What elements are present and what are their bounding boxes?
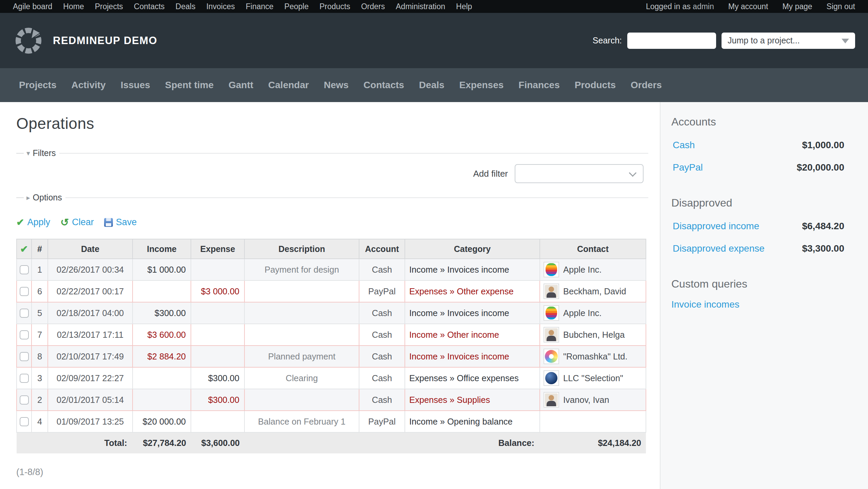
pagination-info: (1-8/8) bbox=[16, 467, 648, 477]
filters-toggle[interactable]: Filters bbox=[33, 148, 56, 158]
person-photo-icon bbox=[545, 393, 558, 406]
top-menu-item-contacts[interactable]: Contacts bbox=[134, 2, 165, 11]
checkbox-cell bbox=[17, 324, 32, 346]
row-checkbox[interactable] bbox=[20, 417, 29, 426]
top-menu-item-my-account[interactable]: My account bbox=[728, 2, 768, 11]
nav-tab-spent-time[interactable]: Spent time bbox=[165, 80, 214, 91]
custom-query-link[interactable]: Invoice incomes bbox=[671, 299, 739, 310]
row-checkbox[interactable] bbox=[20, 330, 29, 339]
nav-tab-deals[interactable]: Deals bbox=[419, 80, 445, 91]
top-menu-item-my-page[interactable]: My page bbox=[782, 2, 812, 11]
save-button[interactable]: Save bbox=[104, 217, 137, 228]
top-menu-bar: Agile boardHomeProjectsContactsDealsInvo… bbox=[0, 0, 868, 13]
operation-row: 302/09/2017 22:27$300.00ClearingCashExpe… bbox=[17, 367, 646, 389]
account-link[interactable]: Cash bbox=[671, 140, 695, 151]
person-photo-avatar bbox=[544, 283, 559, 299]
operation-account: Cash bbox=[359, 389, 405, 411]
top-menu-item-administration[interactable]: Administration bbox=[396, 2, 445, 11]
operation-account: Cash bbox=[359, 302, 405, 324]
top-menu-item-deals[interactable]: Deals bbox=[176, 2, 196, 11]
apply-button[interactable]: ✔Apply bbox=[16, 217, 50, 228]
expense-total: $3,600.00 bbox=[191, 432, 244, 453]
custom-queries-heading: Custom queries bbox=[671, 278, 844, 290]
nav-tab-contacts[interactable]: Contacts bbox=[363, 80, 404, 91]
account-links: My accountMy pageSign out bbox=[728, 2, 855, 11]
contact-link[interactable]: Beckham, David bbox=[563, 287, 626, 296]
contact-link[interactable]: "Romashka" Ltd. bbox=[563, 352, 628, 361]
operation-row: 802/10/2017 17:49$2 884.20Planned paymen… bbox=[17, 346, 646, 367]
account-link[interactable]: PayPal bbox=[671, 162, 703, 173]
contact-link[interactable]: Bubchen, Helga bbox=[563, 330, 625, 340]
row-checkbox[interactable] bbox=[20, 265, 29, 274]
nav-tab-projects[interactable]: Projects bbox=[19, 80, 57, 91]
top-menu-item-people[interactable]: People bbox=[284, 2, 309, 11]
account-row: Cash$1,000.00 bbox=[671, 140, 844, 151]
contact-link[interactable]: Ivanov, Ivan bbox=[563, 395, 609, 405]
contact-link[interactable]: LLC "Selection" bbox=[563, 373, 623, 383]
top-menu-item-agile-board[interactable]: Agile board bbox=[13, 2, 52, 11]
nav-tab-activity[interactable]: Activity bbox=[72, 80, 106, 91]
operation-id: 3 bbox=[32, 367, 48, 389]
disapproved-link[interactable]: Disapproved expense bbox=[671, 243, 765, 254]
top-menu-item-products[interactable]: Products bbox=[319, 2, 350, 11]
contact-link[interactable]: Apple Inc. bbox=[563, 265, 601, 275]
nav-tab-finances[interactable]: Finances bbox=[518, 80, 559, 91]
add-filter-select[interactable] bbox=[515, 164, 644, 183]
contact-link[interactable]: Apple Inc. bbox=[563, 308, 601, 318]
top-menu-item-projects[interactable]: Projects bbox=[95, 2, 123, 11]
nav-tab-issues[interactable]: Issues bbox=[121, 80, 150, 91]
add-filter-label: Add filter bbox=[473, 169, 508, 179]
column-header-category: Category bbox=[405, 239, 540, 259]
operation-contact: "Romashka" Ltd. bbox=[540, 346, 646, 367]
account-amount: $1,000.00 bbox=[802, 140, 844, 151]
operation-row: 102/26/2017 00:34$1 000.00Payment for de… bbox=[17, 259, 646, 280]
contact-cell: Ivanov, Ivan bbox=[544, 392, 646, 408]
operation-date: 01/09/2017 13:25 bbox=[48, 411, 133, 432]
app-header: REDMINEUP DEMO Search: Jump to a project… bbox=[0, 13, 868, 68]
disapproved-link[interactable]: Disapproved income bbox=[671, 221, 759, 232]
operation-income bbox=[133, 280, 191, 302]
row-checkbox[interactable] bbox=[20, 287, 29, 296]
checkbox-cell bbox=[17, 302, 32, 324]
operation-id: 5 bbox=[32, 302, 48, 324]
operation-description: Planned payment bbox=[244, 346, 359, 367]
sidebar: Accounts Cash$1,000.00PayPal$20,000.00 D… bbox=[660, 102, 868, 489]
flower-logo-icon bbox=[545, 350, 558, 363]
jump-to-project-select[interactable]: Jump to a project... bbox=[722, 33, 855, 49]
operation-id: 1 bbox=[32, 259, 48, 280]
nav-tab-news[interactable]: News bbox=[324, 80, 349, 91]
nav-tab-gantt[interactable]: Gantt bbox=[229, 80, 253, 91]
clear-button[interactable]: ↺Clear bbox=[60, 217, 94, 228]
top-menu-item-orders[interactable]: Orders bbox=[361, 2, 385, 11]
top-menu-item-help[interactable]: Help bbox=[456, 2, 472, 11]
row-checkbox[interactable] bbox=[20, 309, 29, 318]
custom-query-item: Invoice incomes bbox=[671, 299, 844, 310]
column-header-income: Income bbox=[133, 239, 191, 259]
search-input[interactable] bbox=[627, 33, 716, 49]
current-user-link[interactable]: admin bbox=[693, 2, 714, 11]
top-menu-item-home[interactable]: Home bbox=[63, 2, 84, 11]
top-menu-item-sign-out[interactable]: Sign out bbox=[827, 2, 855, 11]
nav-tab-calendar[interactable]: Calendar bbox=[268, 80, 309, 91]
operation-income: $300.00 bbox=[133, 302, 191, 324]
operation-category: Income » Invoices income bbox=[405, 302, 540, 324]
save-label: Save bbox=[116, 217, 137, 228]
nav-tab-expenses[interactable]: Expenses bbox=[459, 80, 504, 91]
row-checkbox[interactable] bbox=[20, 352, 29, 361]
top-menu-item-finance[interactable]: Finance bbox=[246, 2, 274, 11]
operation-description bbox=[244, 389, 359, 411]
top-menu-item-invoices[interactable]: Invoices bbox=[206, 2, 235, 11]
nav-tab-products[interactable]: Products bbox=[575, 80, 616, 91]
expand-triangle-icon[interactable]: ▸ bbox=[26, 194, 30, 201]
nav-tab-orders[interactable]: Orders bbox=[631, 80, 662, 91]
operation-id: 8 bbox=[32, 346, 48, 367]
balance-label: Balance: bbox=[244, 432, 540, 453]
operation-date: 02/13/2017 17:11 bbox=[48, 324, 133, 346]
operation-income: $1 000.00 bbox=[133, 259, 191, 280]
row-checkbox[interactable] bbox=[20, 395, 29, 405]
row-checkbox[interactable] bbox=[20, 374, 29, 383]
operation-id: 6 bbox=[32, 280, 48, 302]
options-toggle[interactable]: Options bbox=[33, 193, 62, 202]
collapse-triangle-icon[interactable]: ▾ bbox=[26, 150, 30, 157]
search-label: Search: bbox=[593, 36, 622, 45]
